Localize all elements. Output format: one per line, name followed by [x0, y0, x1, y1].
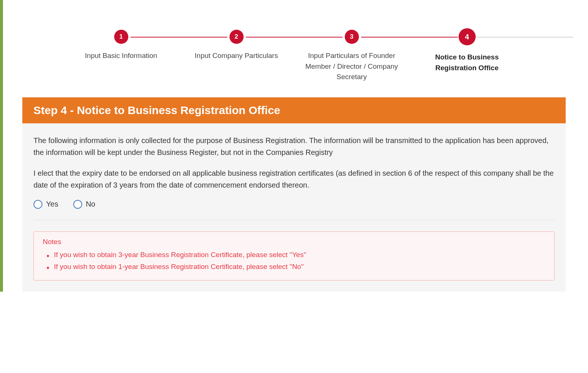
- step-1[interactable]: 1 Input Basic Information: [64, 30, 179, 61]
- step-2[interactable]: 2 Input Company Particulars: [179, 30, 294, 61]
- intro-paragraph-2: I elect that the expiry date to be endor…: [33, 167, 555, 191]
- notes-item-1: If you wish to obtain 3-year Business Re…: [54, 249, 545, 261]
- election-radio-group: Yes No: [33, 200, 555, 209]
- stepper: 1 Input Basic Information 2 Input Compan…: [0, 0, 588, 97]
- step-4[interactable]: 4 Notice to Business Registration Office: [409, 30, 525, 73]
- step-connector-4: [476, 37, 573, 38]
- step-circle-1: 1: [114, 30, 128, 44]
- radio-yes[interactable]: Yes: [33, 200, 58, 209]
- step-label-4: Notice to Business Registration Office: [415, 52, 519, 73]
- notes-title: Notes: [43, 238, 545, 246]
- intro-paragraph-1: The following information is only collec…: [33, 134, 555, 158]
- notes-box: Notes If you wish to obtain 3-year Busin…: [33, 231, 555, 281]
- step-3[interactable]: 3 Input Particulars of Founder Member / …: [294, 30, 409, 82]
- notes-list: If you wish to obtain 3-year Business Re…: [43, 249, 545, 273]
- radio-yes-circle: [33, 200, 42, 209]
- step-label-3: Input Particulars of Founder Member / Di…: [300, 51, 404, 82]
- content-panel: Step 4 - Notice to Business Registration…: [22, 97, 566, 292]
- panel-header: Step 4 - Notice to Business Registration…: [22, 97, 566, 123]
- step-connector-1: [131, 37, 227, 38]
- radio-no-circle: [73, 200, 82, 209]
- step-circle-3: 3: [345, 30, 359, 44]
- divider: [33, 220, 555, 220]
- notes-item-2: If you wish to obtain 1-year Business Re…: [54, 261, 545, 273]
- radio-no-label: No: [86, 200, 96, 208]
- radio-no[interactable]: No: [73, 200, 96, 209]
- step-label-1: Input Basic Information: [85, 51, 157, 61]
- step-circle-4: 4: [459, 28, 476, 45]
- step-connector-2: [246, 37, 343, 38]
- panel-body: The following information is only collec…: [22, 123, 566, 292]
- radio-yes-label: Yes: [46, 200, 58, 208]
- step-label-2: Input Company Particulars: [195, 51, 278, 61]
- step-connector-3: [361, 37, 458, 38]
- step-circle-2: 2: [229, 30, 244, 44]
